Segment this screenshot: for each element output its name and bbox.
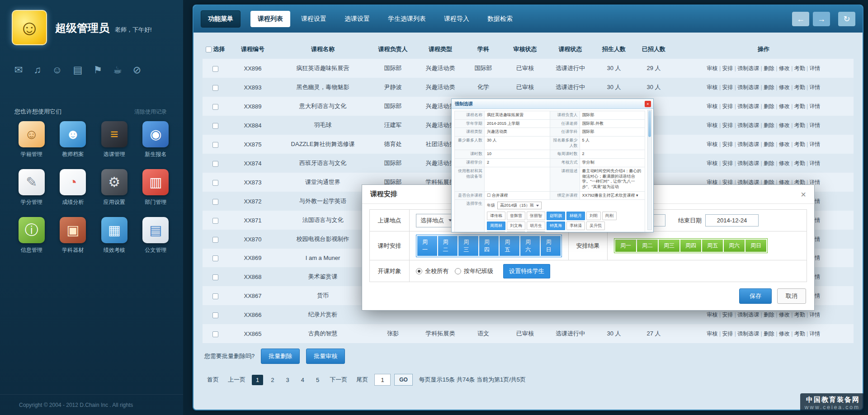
weekday-result-chip[interactable]: 周一: [615, 240, 636, 252]
refresh-button[interactable]: ↻: [838, 12, 855, 26]
student-chip[interactable]: 吴升悦: [586, 222, 605, 230]
student-chip[interactable]: 刘明: [586, 212, 601, 220]
action-force-select[interactable]: 强制选课: [733, 141, 759, 147]
action-audit[interactable]: 审核: [707, 160, 718, 166]
app-student-status[interactable]: ☺ 学籍管理: [11, 121, 52, 158]
flag-icon[interactable]: ⚑: [93, 64, 102, 76]
action-force-select[interactable]: 强制选课: [733, 330, 759, 337]
action-delete[interactable]: 删除: [759, 311, 774, 318]
action-modify[interactable]: 修改: [774, 311, 790, 318]
tab-student-selection-list[interactable]: 学生选课列表: [381, 11, 433, 27]
radio-all-school[interactable]: 全校所有: [416, 267, 448, 275]
page-next[interactable]: 下一页: [327, 374, 350, 386]
action-details[interactable]: 详情: [805, 311, 821, 318]
student-chip[interactable]: 赵明旗: [547, 212, 565, 220]
weekday-result-chip[interactable]: 周日: [745, 240, 766, 252]
action-attendance[interactable]: 考勤: [790, 84, 805, 90]
music-icon[interactable]: ♫: [33, 64, 41, 76]
page-number[interactable]: 4: [297, 375, 308, 385]
weekday-chip[interactable]: 周五: [500, 236, 519, 256]
action-arrange[interactable]: 安排: [718, 330, 733, 337]
action-details[interactable]: 详情: [805, 141, 821, 147]
action-arrange[interactable]: 安排: [718, 311, 733, 318]
app-freshman-signup[interactable]: ◉ 新生报名: [135, 121, 177, 158]
action-arrange[interactable]: 安排: [718, 84, 733, 90]
app-equipment[interactable]: ▣ 学科器材: [52, 217, 94, 254]
action-attendance[interactable]: 考勤: [790, 65, 805, 71]
tab-course-settings[interactable]: 课程设置: [294, 11, 334, 27]
student-chip[interactable]: 李林清: [566, 222, 585, 230]
action-delete[interactable]: 删除: [759, 103, 774, 109]
app-performance[interactable]: ▦ 绩效考核: [94, 217, 135, 254]
action-details[interactable]: 详情: [805, 103, 821, 109]
action-delete[interactable]: 删除: [759, 122, 774, 128]
page-number[interactable]: 3: [282, 375, 293, 385]
weekday-result-chip[interactable]: 周五: [702, 240, 723, 252]
select-all-checkbox[interactable]: [206, 47, 212, 52]
ban-icon[interactable]: ⊘: [133, 64, 141, 76]
clear-history-link[interactable]: 清除使用记录: [134, 108, 167, 116]
action-details[interactable]: 详情: [805, 65, 821, 71]
student-chip[interactable]: 曾辉雷: [507, 212, 525, 220]
action-audit[interactable]: 审核: [707, 65, 718, 71]
action-arrange[interactable]: 安排: [718, 103, 733, 109]
action-modify[interactable]: 修改: [774, 103, 790, 109]
student-chip[interactable]: 胡月生: [527, 222, 545, 230]
row-checkbox[interactable]: [212, 199, 218, 205]
action-modify[interactable]: 修改: [774, 122, 790, 128]
scrollbar[interactable]: [647, 110, 652, 230]
row-checkbox[interactable]: [212, 255, 218, 261]
row-checkbox[interactable]: [212, 293, 218, 299]
student-chip[interactable]: 林晓月: [566, 212, 585, 220]
student-chip[interactable]: 张丽智: [527, 212, 545, 220]
action-delete[interactable]: 删除: [759, 84, 774, 90]
cancel-button[interactable]: 取消: [777, 288, 806, 304]
action-delete[interactable]: 删除: [759, 65, 774, 71]
weekday-chip[interactable]: 周二: [438, 236, 458, 256]
student-chip[interactable]: 刘文梅: [507, 222, 525, 230]
page-first[interactable]: 首页: [204, 374, 222, 386]
action-arrange[interactable]: 安排: [718, 160, 733, 166]
action-modify[interactable]: 修改: [774, 65, 790, 71]
weekday-result-chip[interactable]: 周四: [680, 240, 701, 252]
page-number[interactable]: 1: [252, 375, 263, 385]
action-audit[interactable]: 审核: [707, 122, 718, 128]
action-force-select[interactable]: 强制选课: [733, 122, 759, 128]
page-prev[interactable]: 上一页: [225, 374, 248, 386]
weekday-chip[interactable]: 周四: [479, 236, 499, 256]
action-force-select[interactable]: 强制选课: [733, 311, 759, 318]
action-details[interactable]: 详情: [805, 122, 821, 128]
student-chip[interactable]: 周雨竹: [487, 231, 505, 232]
save-button[interactable]: 保存: [739, 288, 772, 304]
row-checkbox[interactable]: [212, 104, 218, 110]
action-delete[interactable]: 删除: [759, 141, 774, 147]
weekday-result-chip[interactable]: 周三: [659, 240, 679, 252]
student-chip[interactable]: 兰晓天: [507, 231, 525, 232]
tab-course-list[interactable]: 课程列表: [250, 11, 290, 27]
row-checkbox[interactable]: [212, 237, 218, 243]
location-select[interactable]: 选择地点: [416, 214, 457, 227]
back-button[interactable]: ←: [792, 12, 809, 26]
app-departments[interactable]: ▥ 部门管理: [135, 169, 177, 206]
action-attendance[interactable]: 考勤: [790, 122, 805, 128]
action-attendance[interactable]: 考勤: [790, 103, 805, 109]
action-details[interactable]: 详情: [805, 330, 821, 337]
go-button[interactable]: GO: [394, 374, 413, 386]
action-details[interactable]: 详情: [805, 160, 821, 166]
weekday-result-chip[interactable]: 周二: [637, 240, 658, 252]
action-arrange[interactable]: 安排: [718, 122, 733, 128]
app-teacher-files[interactable]: ☻ 教师档案: [52, 121, 94, 158]
row-checkbox[interactable]: [212, 218, 218, 224]
app-info[interactable]: ⓘ 信息管理: [11, 217, 52, 254]
row-checkbox[interactable]: [212, 85, 218, 91]
batch-delete-button[interactable]: 批量删除: [261, 349, 300, 364]
action-attendance[interactable]: 考勤: [790, 330, 805, 337]
weekday-chip[interactable]: 周日: [541, 236, 561, 256]
student-chip[interactable]: 钟真海: [547, 222, 565, 230]
action-audit[interactable]: 审核: [707, 84, 718, 90]
weekday-chip[interactable]: 周一: [417, 236, 437, 256]
action-modify[interactable]: 修改: [774, 141, 790, 147]
action-modify[interactable]: 修改: [774, 160, 790, 166]
function-menu-button[interactable]: 功能菜单: [201, 10, 241, 28]
row-checkbox[interactable]: [212, 180, 218, 186]
